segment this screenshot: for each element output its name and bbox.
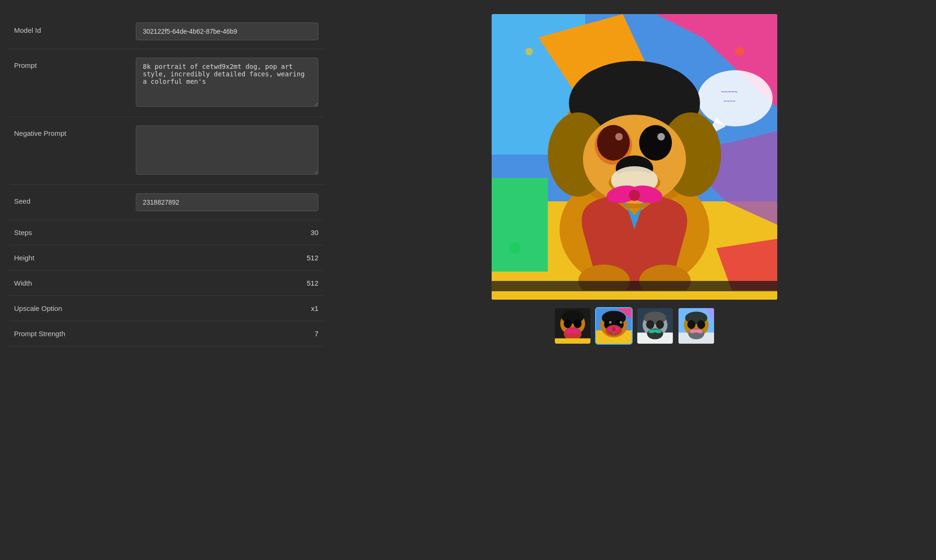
main-image-container: ~~~~~ ~~~~: [492, 14, 777, 300]
thumbnail-3[interactable]: [636, 307, 674, 345]
svg-point-55: [619, 321, 622, 324]
thumbnail-3-img: [637, 308, 673, 344]
width-row: Width 512: [9, 271, 323, 296]
prompt-strength-label: Prompt Strength: [14, 330, 136, 338]
prompt-strength-value: 7: [136, 330, 318, 338]
steps-label: Steps: [14, 228, 136, 236]
generated-image: ~~~~~ ~~~~: [492, 14, 777, 300]
right-panel: ~~~~~ ~~~~: [332, 9, 936, 551]
svg-point-75: [697, 320, 705, 329]
svg-point-74: [687, 320, 695, 329]
svg-point-21: [639, 125, 672, 161]
thumbnail-1[interactable]: [554, 307, 591, 345]
svg-text:~~~~: ~~~~: [723, 98, 736, 104]
svg-point-65: [656, 320, 663, 329]
svg-rect-33: [492, 290, 777, 300]
svg-point-36: [735, 47, 744, 56]
prompt-row: Prompt 8k portrait of cetwd9x2mt dog, po…: [9, 49, 323, 117]
width-label: Width: [14, 279, 136, 287]
thumbnail-4-img: [678, 308, 714, 344]
seed-row: Seed: [9, 185, 323, 220]
svg-rect-46: [555, 339, 590, 344]
height-row: Height 512: [9, 245, 323, 271]
svg-point-42: [573, 319, 581, 328]
prompt-input[interactable]: 8k portrait of cetwd9x2mt dog, pop art s…: [136, 58, 318, 107]
svg-point-54: [609, 321, 612, 324]
upscale-row: Upscale Option x1: [9, 296, 323, 321]
upscale-value: x1: [136, 304, 318, 312]
model-id-row: Model Id: [9, 14, 323, 49]
thumbnail-4[interactable]: [678, 307, 715, 345]
seed-label: Seed: [14, 193, 136, 205]
steps-row: Steps 30: [9, 220, 323, 245]
negative-prompt-label: Negative Prompt: [14, 125, 136, 137]
svg-point-64: [646, 320, 654, 329]
svg-point-37: [509, 243, 521, 254]
svg-rect-34: [492, 281, 777, 291]
svg-text:~~~~~: ~~~~~: [721, 88, 737, 95]
negative-prompt-field-wrapper: [136, 125, 318, 176]
model-id-field-wrapper: [136, 22, 318, 40]
dog-art-svg: ~~~~~ ~~~~: [492, 14, 777, 300]
prompt-strength-row: Prompt Strength 7: [9, 321, 323, 346]
prompt-label: Prompt: [14, 58, 136, 69]
model-id-label: Model Id: [14, 22, 136, 34]
thumbnail-1-img: [555, 308, 590, 344]
upscale-label: Upscale Option: [14, 304, 136, 312]
svg-point-41: [564, 319, 572, 328]
negative-prompt-row: Negative Prompt: [9, 117, 323, 185]
negative-prompt-input[interactable]: [136, 125, 318, 175]
steps-value: 30: [136, 228, 318, 236]
svg-rect-5: [492, 178, 548, 272]
svg-point-23: [657, 133, 665, 140]
model-id-input[interactable]: [136, 22, 318, 40]
left-panel: Model Id Prompt 8k portrait of cetwd9x2m…: [0, 9, 332, 551]
seed-field-wrapper: [136, 193, 318, 211]
height-value: 512: [136, 254, 318, 262]
thumbnails-row: [554, 307, 715, 345]
thumbnail-2[interactable]: [595, 307, 633, 345]
thumbnail-2-img: [596, 308, 632, 344]
svg-point-35: [525, 48, 533, 55]
svg-point-30: [629, 190, 640, 201]
prompt-field-wrapper: 8k portrait of cetwd9x2mt dog, pop art s…: [136, 58, 318, 108]
seed-input[interactable]: [136, 193, 318, 211]
width-value: 512: [136, 279, 318, 287]
height-label: Height: [14, 254, 136, 262]
svg-point-59: [612, 327, 616, 331]
